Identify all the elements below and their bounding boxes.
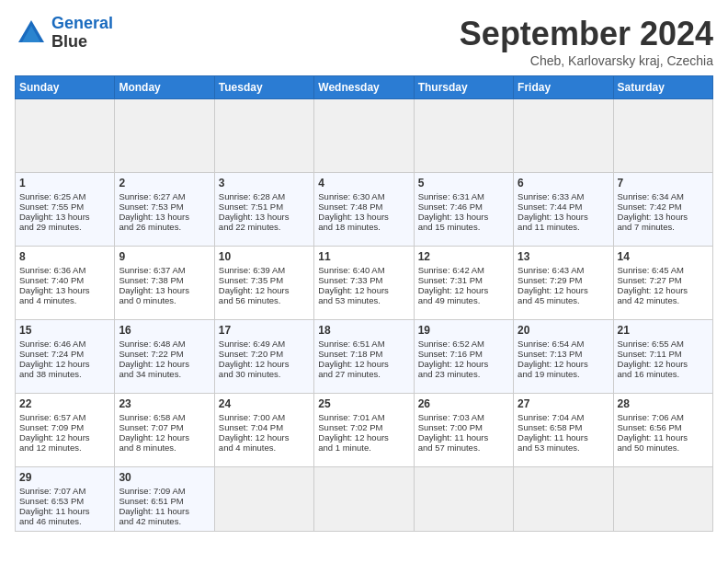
cell-text: Sunrise: 6:25 AM (19, 191, 110, 201)
day-number: 6 (518, 177, 609, 190)
calendar-cell: 19Sunrise: 6:52 AMSunset: 7:16 PMDayligh… (414, 320, 513, 394)
calendar-cell: 3Sunrise: 6:28 AMSunset: 7:51 PMDaylight… (214, 173, 313, 247)
cell-text: and 7 minutes. (618, 222, 709, 232)
cell-text: Sunrise: 6:31 AM (418, 191, 509, 201)
cell-text: and 42 minutes. (119, 516, 210, 526)
cell-text: Sunset: 7:18 PM (318, 349, 409, 359)
cell-text: Sunset: 7:04 PM (219, 422, 310, 432)
cell-text: Daylight: 12 hours (119, 432, 210, 442)
calendar-week-row: 29Sunrise: 7:07 AMSunset: 6:53 PMDayligh… (16, 467, 713, 532)
cell-text: and 34 minutes. (119, 369, 210, 379)
cell-text: Sunset: 7:22 PM (119, 349, 210, 359)
calendar-table: SundayMondayTuesdayWednesdayThursdayFrid… (15, 75, 713, 532)
calendar-cell: 4Sunrise: 6:30 AMSunset: 7:48 PMDaylight… (314, 173, 414, 247)
day-number: 9 (119, 250, 210, 263)
cell-text: Sunrise: 6:58 AM (119, 412, 210, 422)
calendar-cell: 18Sunrise: 6:51 AMSunset: 7:18 PMDayligh… (314, 320, 414, 394)
title-block: September 2024 Cheb, Karlovarsky kraj, C… (460, 15, 713, 68)
cell-text: Daylight: 11 hours (119, 506, 210, 516)
day-number: 19 (418, 324, 509, 337)
day-number: 21 (618, 324, 709, 337)
cell-text: Sunrise: 6:34 AM (618, 191, 709, 201)
day-number: 5 (418, 177, 509, 190)
cell-text: and 29 minutes. (19, 222, 110, 232)
month-title: September 2024 (460, 15, 713, 53)
cell-text: Sunset: 7:11 PM (618, 349, 709, 359)
cell-text: and 19 minutes. (518, 369, 609, 379)
calendar-cell (16, 99, 115, 173)
cell-text: and 16 minutes. (618, 369, 709, 379)
calendar-cell (514, 99, 613, 173)
cell-text: Sunrise: 6:54 AM (518, 339, 609, 349)
cell-text: Daylight: 12 hours (418, 359, 509, 369)
calendar-cell: 25Sunrise: 7:01 AMSunset: 7:02 PMDayligh… (314, 394, 414, 467)
calendar-cell: 20Sunrise: 6:54 AMSunset: 7:13 PMDayligh… (514, 320, 613, 394)
day-number: 17 (219, 324, 310, 337)
cell-text: Sunrise: 6:46 AM (19, 339, 110, 349)
calendar-cell (115, 99, 214, 173)
day-number: 28 (618, 397, 709, 410)
cell-text: Sunrise: 6:39 AM (219, 265, 310, 275)
calendar-cell: 29Sunrise: 7:07 AMSunset: 6:53 PMDayligh… (16, 467, 115, 532)
cell-text: Sunset: 6:56 PM (618, 422, 709, 432)
cell-text: Daylight: 12 hours (219, 285, 310, 295)
cell-text: Daylight: 12 hours (318, 359, 409, 369)
calendar-cell (414, 99, 513, 173)
cell-text: Daylight: 11 hours (618, 432, 709, 442)
calendar-cell (314, 467, 414, 532)
weekday-header-tuesday: Tuesday (214, 76, 313, 99)
cell-text: Sunrise: 6:55 AM (618, 339, 709, 349)
cell-text: Sunrise: 6:28 AM (219, 191, 310, 201)
weekday-header-friday: Friday (514, 76, 613, 99)
calendar-cell: 11Sunrise: 6:40 AMSunset: 7:33 PMDayligh… (314, 247, 414, 320)
day-number: 24 (219, 397, 310, 410)
cell-text: Sunset: 7:31 PM (418, 275, 509, 285)
location-subtitle: Cheb, Karlovarsky kraj, Czechia (460, 53, 713, 68)
cell-text: Sunrise: 7:00 AM (219, 412, 310, 422)
calendar-cell (214, 467, 313, 532)
cell-text: Sunset: 7:46 PM (418, 201, 509, 212)
calendar-cell: 12Sunrise: 6:42 AMSunset: 7:31 PMDayligh… (414, 247, 513, 320)
cell-text: Daylight: 12 hours (318, 285, 409, 295)
day-number: 25 (318, 397, 409, 410)
calendar-cell: 2Sunrise: 6:27 AMSunset: 7:53 PMDaylight… (115, 173, 214, 247)
cell-text: Daylight: 12 hours (618, 285, 709, 295)
cell-text: Daylight: 12 hours (119, 359, 210, 369)
weekday-header-saturday: Saturday (613, 76, 712, 99)
calendar-week-row: 1Sunrise: 6:25 AMSunset: 7:55 PMDaylight… (16, 173, 713, 247)
calendar-cell: 21Sunrise: 6:55 AMSunset: 7:11 PMDayligh… (613, 320, 712, 394)
cell-text: Sunset: 7:13 PM (518, 349, 609, 359)
cell-text: Sunset: 6:58 PM (518, 422, 609, 432)
cell-text: Daylight: 13 hours (318, 212, 409, 222)
cell-text: Sunset: 7:53 PM (119, 201, 210, 212)
cell-text: and 11 minutes. (518, 222, 609, 232)
cell-text: Daylight: 11 hours (19, 506, 110, 516)
day-number: 16 (119, 324, 210, 337)
weekday-header-row: SundayMondayTuesdayWednesdayThursdayFrid… (16, 76, 713, 99)
day-number: 4 (318, 177, 409, 190)
cell-text: and 38 minutes. (19, 369, 110, 379)
calendar-cell: 9Sunrise: 6:37 AMSunset: 7:38 PMDaylight… (115, 247, 214, 320)
calendar-cell: 16Sunrise: 6:48 AMSunset: 7:22 PMDayligh… (115, 320, 214, 394)
cell-text: and 50 minutes. (618, 442, 709, 453)
calendar-week-row: 22Sunrise: 6:57 AMSunset: 7:09 PMDayligh… (16, 394, 713, 467)
cell-text: and 56 minutes. (219, 295, 310, 305)
calendar-cell (613, 99, 712, 173)
calendar-cell: 23Sunrise: 6:58 AMSunset: 7:07 PMDayligh… (115, 394, 214, 467)
logo-text: General Blue (51, 15, 113, 52)
calendar-cell: 13Sunrise: 6:43 AMSunset: 7:29 PMDayligh… (514, 247, 613, 320)
cell-text: Sunrise: 6:27 AM (119, 191, 210, 201)
cell-text: Daylight: 13 hours (19, 212, 110, 222)
cell-text: Sunset: 7:48 PM (318, 201, 409, 212)
cell-text: Daylight: 13 hours (219, 212, 310, 222)
day-number: 18 (318, 324, 409, 337)
calendar-cell (314, 99, 414, 173)
calendar-week-row: 8Sunrise: 6:36 AMSunset: 7:40 PMDaylight… (16, 247, 713, 320)
cell-text: Sunset: 7:44 PM (518, 201, 609, 212)
day-number: 10 (219, 250, 310, 263)
calendar-cell: 27Sunrise: 7:04 AMSunset: 6:58 PMDayligh… (514, 394, 613, 467)
cell-text: and 0 minutes. (119, 295, 210, 305)
calendar-cell: 6Sunrise: 6:33 AMSunset: 7:44 PMDaylight… (514, 173, 613, 247)
cell-text: Sunset: 7:29 PM (518, 275, 609, 285)
cell-text: Sunset: 7:42 PM (618, 201, 709, 212)
